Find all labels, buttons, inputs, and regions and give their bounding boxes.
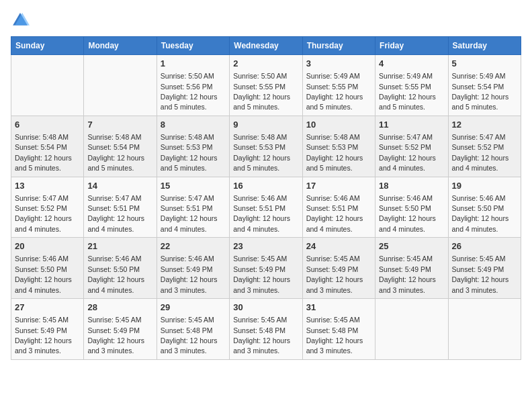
day-info: Sunrise: 5:46 AM Sunset: 5:50 PM Dayligh…: [452, 194, 509, 233]
day-cell: 18Sunrise: 5:46 AM Sunset: 5:50 PM Dayli…: [375, 177, 448, 238]
header-thursday: Thursday: [302, 37, 375, 55]
day-cell: 6Sunrise: 5:48 AM Sunset: 5:54 PM Daylig…: [11, 116, 84, 177]
day-info: Sunrise: 5:49 AM Sunset: 5:54 PM Dayligh…: [452, 72, 509, 111]
week-row-5: 27Sunrise: 5:45 AM Sunset: 5:49 PM Dayli…: [11, 299, 521, 360]
day-info: Sunrise: 5:46 AM Sunset: 5:51 PM Dayligh…: [306, 194, 363, 233]
day-cell: [11, 55, 84, 116]
day-cell: 16Sunrise: 5:46 AM Sunset: 5:51 PM Dayli…: [230, 177, 302, 238]
header: [11, 11, 521, 30]
day-info: Sunrise: 5:48 AM Sunset: 5:54 PM Dayligh…: [15, 133, 72, 172]
day-cell: 23Sunrise: 5:45 AM Sunset: 5:49 PM Dayli…: [230, 238, 302, 299]
week-row-3: 13Sunrise: 5:47 AM Sunset: 5:52 PM Dayli…: [11, 177, 521, 238]
day-number: 8: [161, 119, 226, 131]
day-cell: 10Sunrise: 5:48 AM Sunset: 5:53 PM Dayli…: [302, 116, 375, 177]
day-number: 31: [306, 302, 371, 314]
day-info: Sunrise: 5:45 AM Sunset: 5:49 PM Dayligh…: [87, 316, 144, 355]
day-cell: 22Sunrise: 5:46 AM Sunset: 5:49 PM Dayli…: [157, 238, 229, 299]
header-wednesday: Wednesday: [230, 37, 302, 55]
day-info: Sunrise: 5:47 AM Sunset: 5:51 PM Dayligh…: [87, 194, 144, 233]
calendar-header-row: SundayMondayTuesdayWednesdayThursdayFrid…: [11, 37, 521, 55]
day-info: Sunrise: 5:49 AM Sunset: 5:55 PM Dayligh…: [379, 72, 436, 111]
day-number: 16: [233, 180, 298, 192]
day-cell: [375, 299, 448, 360]
day-info: Sunrise: 5:49 AM Sunset: 5:55 PM Dayligh…: [306, 72, 363, 111]
header-saturday: Saturday: [448, 37, 521, 55]
day-number: 5: [452, 58, 517, 70]
day-cell: 26Sunrise: 5:45 AM Sunset: 5:49 PM Dayli…: [448, 238, 521, 299]
header-tuesday: Tuesday: [157, 37, 229, 55]
day-info: Sunrise: 5:48 AM Sunset: 5:53 PM Dayligh…: [306, 133, 363, 172]
day-cell: 29Sunrise: 5:45 AM Sunset: 5:48 PM Dayli…: [157, 299, 229, 360]
day-info: Sunrise: 5:47 AM Sunset: 5:52 PM Dayligh…: [15, 194, 72, 233]
day-cell: 21Sunrise: 5:46 AM Sunset: 5:50 PM Dayli…: [84, 238, 157, 299]
day-info: Sunrise: 5:45 AM Sunset: 5:49 PM Dayligh…: [379, 255, 436, 293]
day-info: Sunrise: 5:45 AM Sunset: 5:49 PM Dayligh…: [452, 255, 509, 293]
day-number: 12: [452, 119, 517, 131]
day-info: Sunrise: 5:46 AM Sunset: 5:49 PM Dayligh…: [161, 255, 218, 293]
day-cell: 4Sunrise: 5:49 AM Sunset: 5:55 PM Daylig…: [375, 55, 448, 116]
day-number: 19: [452, 180, 517, 192]
day-cell: 12Sunrise: 5:47 AM Sunset: 5:52 PM Dayli…: [448, 116, 521, 177]
header-friday: Friday: [375, 37, 448, 55]
day-cell: 14Sunrise: 5:47 AM Sunset: 5:51 PM Dayli…: [84, 177, 157, 238]
day-info: Sunrise: 5:45 AM Sunset: 5:48 PM Dayligh…: [233, 316, 290, 355]
day-cell: 31Sunrise: 5:45 AM Sunset: 5:48 PM Dayli…: [302, 299, 375, 360]
day-cell: 25Sunrise: 5:45 AM Sunset: 5:49 PM Dayli…: [375, 238, 448, 299]
day-number: 1: [161, 58, 226, 70]
day-info: Sunrise: 5:48 AM Sunset: 5:53 PM Dayligh…: [233, 133, 290, 172]
day-info: Sunrise: 5:48 AM Sunset: 5:54 PM Dayligh…: [87, 133, 144, 172]
logo: [11, 11, 32, 30]
calendar-table: SundayMondayTuesdayWednesdayThursdayFrid…: [11, 36, 521, 360]
day-info: Sunrise: 5:50 AM Sunset: 5:55 PM Dayligh…: [233, 72, 290, 111]
day-cell: 30Sunrise: 5:45 AM Sunset: 5:48 PM Dayli…: [230, 299, 302, 360]
day-cell: [448, 299, 521, 360]
day-number: 21: [87, 240, 152, 253]
day-cell: 13Sunrise: 5:47 AM Sunset: 5:52 PM Dayli…: [11, 177, 84, 238]
day-info: Sunrise: 5:46 AM Sunset: 5:50 PM Dayligh…: [15, 255, 72, 293]
week-row-1: 1Sunrise: 5:50 AM Sunset: 5:56 PM Daylig…: [11, 55, 521, 116]
day-number: 22: [161, 240, 226, 253]
day-number: 9: [233, 119, 298, 131]
day-cell: 9Sunrise: 5:48 AM Sunset: 5:53 PM Daylig…: [230, 116, 302, 177]
day-cell: 17Sunrise: 5:46 AM Sunset: 5:51 PM Dayli…: [302, 177, 375, 238]
week-row-4: 20Sunrise: 5:46 AM Sunset: 5:50 PM Dayli…: [11, 238, 521, 299]
day-info: Sunrise: 5:45 AM Sunset: 5:49 PM Dayligh…: [233, 255, 290, 293]
day-number: 2: [233, 58, 298, 70]
day-number: 26: [452, 240, 517, 253]
day-number: 3: [306, 58, 371, 70]
day-number: 11: [379, 119, 444, 131]
day-cell: 2Sunrise: 5:50 AM Sunset: 5:55 PM Daylig…: [230, 55, 302, 116]
day-info: Sunrise: 5:46 AM Sunset: 5:51 PM Dayligh…: [233, 194, 290, 233]
day-cell: 5Sunrise: 5:49 AM Sunset: 5:54 PM Daylig…: [448, 55, 521, 116]
day-info: Sunrise: 5:47 AM Sunset: 5:52 PM Dayligh…: [452, 133, 509, 172]
day-number: 4: [379, 58, 444, 70]
day-number: 24: [306, 240, 371, 253]
logo-icon: [11, 11, 30, 30]
day-number: 14: [87, 180, 152, 192]
day-info: Sunrise: 5:50 AM Sunset: 5:56 PM Dayligh…: [161, 72, 218, 111]
header-sunday: Sunday: [11, 37, 84, 55]
day-cell: 7Sunrise: 5:48 AM Sunset: 5:54 PM Daylig…: [84, 116, 157, 177]
day-info: Sunrise: 5:45 AM Sunset: 5:48 PM Dayligh…: [306, 316, 363, 355]
day-cell: 3Sunrise: 5:49 AM Sunset: 5:55 PM Daylig…: [302, 55, 375, 116]
day-cell: 19Sunrise: 5:46 AM Sunset: 5:50 PM Dayli…: [448, 177, 521, 238]
day-info: Sunrise: 5:45 AM Sunset: 5:49 PM Dayligh…: [15, 316, 72, 355]
day-number: 6: [15, 119, 80, 131]
day-number: 7: [87, 119, 152, 131]
day-number: 20: [15, 240, 80, 253]
day-number: 10: [306, 119, 371, 131]
day-number: 13: [15, 180, 80, 192]
day-number: 23: [233, 240, 298, 253]
day-cell: [84, 55, 157, 116]
day-number: 15: [161, 180, 226, 192]
day-number: 30: [233, 302, 298, 314]
day-number: 25: [379, 240, 444, 253]
day-cell: 15Sunrise: 5:47 AM Sunset: 5:51 PM Dayli…: [157, 177, 229, 238]
day-info: Sunrise: 5:45 AM Sunset: 5:49 PM Dayligh…: [306, 255, 363, 293]
week-row-2: 6Sunrise: 5:48 AM Sunset: 5:54 PM Daylig…: [11, 116, 521, 177]
day-info: Sunrise: 5:48 AM Sunset: 5:53 PM Dayligh…: [161, 133, 218, 172]
day-number: 27: [15, 302, 80, 314]
day-cell: 1Sunrise: 5:50 AM Sunset: 5:56 PM Daylig…: [157, 55, 229, 116]
day-cell: 27Sunrise: 5:45 AM Sunset: 5:49 PM Dayli…: [11, 299, 84, 360]
day-number: 18: [379, 180, 444, 192]
